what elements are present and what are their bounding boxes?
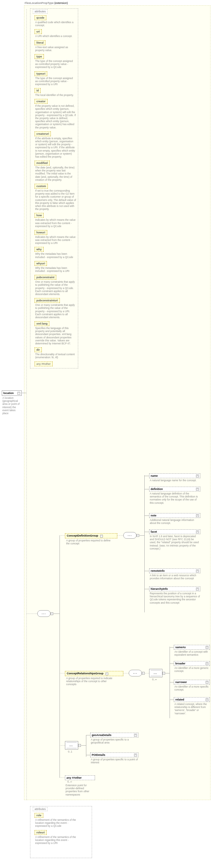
crg-name: ConceptRelationshipsGroup — [67, 672, 103, 675]
attribute-typeuri: typeuriThe type of the concept assigned … — [35, 71, 76, 86]
plus-icon[interactable]: + — [206, 681, 208, 684]
connector — [60, 535, 60, 777]
attr-name: creator — [35, 99, 48, 104]
attr-desc: The directionality of textual content (e… — [35, 352, 76, 359]
attribute-custom: customIf set to true the corresponding p… — [35, 184, 76, 211]
minus-icon[interactable]: − — [105, 673, 108, 675]
attr-desc: The type of the concept assigned as cont… — [35, 76, 76, 86]
attribute-howuri: howuriIndicates by which means the value… — [35, 230, 76, 245]
plus-icon[interactable]: + — [196, 514, 199, 517]
minus-icon[interactable]: − — [100, 535, 103, 537]
attributes-title: attributes — [33, 9, 48, 13]
attr-desc: A qualified code which identifies a conc… — [35, 20, 76, 27]
attr-name: qcode — [35, 16, 46, 20]
minus-icon[interactable]: − — [51, 612, 53, 615]
elem-name: remoteInfo — [151, 569, 165, 572]
plus-icon[interactable]: + — [134, 754, 137, 756]
plus-icon[interactable]: + — [196, 531, 199, 533]
plus-icon[interactable]: + — [196, 570, 199, 572]
minus-icon[interactable]: − — [18, 392, 20, 395]
attributes-title-2: attributes — [33, 807, 48, 811]
elem-desc: A natural language name for the concept. — [149, 478, 200, 482]
attr-name: creatoruri — [35, 131, 51, 136]
minus-icon[interactable]: − — [78, 744, 81, 747]
attribute-pubconstrainturi: pubconstrainturiOne or many constraints … — [35, 298, 76, 319]
elem-desc: A related concept, where the relationshi… — [174, 702, 210, 715]
extension-label: FlexLocationPropType (extension) — [25, 1, 68, 4]
attribute-dir: dirThe directionality of textual content… — [35, 347, 76, 359]
sequence-compositor: − — [37, 610, 51, 617]
connector — [140, 535, 144, 536]
attr-name: uri — [35, 29, 42, 34]
attr-name: typeuri — [35, 71, 47, 76]
elem-desc: In NAR 1.8 and later, facet is deprecate… — [149, 534, 200, 550]
attr-name: xml:lang — [35, 321, 49, 326]
minus-icon[interactable]: − — [162, 672, 165, 675]
attr-desc: The local identifier of the property. — [35, 93, 76, 97]
attr-name: why — [35, 247, 43, 252]
attr-name: roleuri — [35, 830, 47, 835]
occurrence: 0..∞ — [152, 678, 157, 681]
element-POIDetails: POIDetails+A group of properties specifi… — [90, 752, 138, 764]
attr-name: literal — [35, 40, 46, 45]
elem-desc: Additional natural language information … — [149, 518, 200, 525]
connector — [81, 745, 86, 746]
minus-icon[interactable]: − — [137, 534, 139, 537]
connector — [60, 535, 65, 536]
elem-name: facet — [151, 530, 157, 533]
attr-name: type — [35, 54, 44, 59]
attr-name: custom — [35, 184, 48, 189]
elem-name: definition — [151, 488, 163, 491]
elem-name: hierarchyInfo — [151, 587, 168, 590]
attr-name: dir — [35, 347, 42, 352]
elem-name: geoAreaDetails — [92, 734, 112, 737]
elem-name: name — [151, 474, 158, 477]
plus-icon[interactable]: + — [206, 646, 208, 649]
element-note: note+Additional natural language informa… — [149, 513, 200, 525]
plus-icon[interactable]: + — [206, 662, 208, 665]
plus-icon[interactable]: + — [196, 474, 199, 477]
attributes-box: attributes qcodeA qualified code which i… — [30, 8, 78, 368]
attribute-uri: uriA URI which identifies a concept. — [35, 29, 76, 38]
attr-desc: If the property value is not defined, sp… — [35, 104, 76, 129]
attr-name: how — [35, 213, 43, 218]
connector — [54, 614, 60, 614]
connector — [27, 614, 37, 614]
attribute-xml:lang: xml:langSpecifies the language of this p… — [35, 321, 76, 345]
element-hierarchyInfo: hierarchyInfo+Represents the position of… — [149, 587, 200, 604]
elem-desc: An identifier of a concept with equivale… — [174, 650, 210, 656]
minus-icon[interactable]: − — [142, 672, 145, 675]
elem-name: broader — [175, 662, 185, 665]
element-name: name+A natural language name for the con… — [149, 473, 200, 482]
plus-icon[interactable]: + — [134, 734, 137, 737]
attr-desc: If the attribute is empty, specifies whi… — [35, 136, 76, 158]
elem-desc: An identifier of a more specific concept… — [174, 685, 210, 691]
element-sameAs: sameAs+An identifier of a concept with e… — [174, 645, 210, 656]
attr-desc: A free-text value assigned as property v… — [35, 45, 76, 52]
attribute-literal: literalA free-text value assigned as pro… — [35, 40, 76, 52]
any-other-name: any ##other — [66, 776, 82, 779]
occurrence: 0..1 — [68, 750, 72, 753]
attr-name: whyuri — [35, 261, 47, 266]
plus-icon[interactable]: + — [206, 699, 208, 701]
attribute-modified: modifiedThe date (and, optionally, the t… — [35, 161, 76, 181]
attr-name: modified — [35, 161, 50, 165]
any-other-occ: 0..∞ — [65, 780, 95, 783]
attr-name: role — [35, 813, 43, 818]
location-element: location− A location (geographical area … — [2, 391, 22, 415]
elem-name: related — [175, 698, 184, 701]
elem-name: sameAs — [175, 646, 186, 649]
attr-desc: Specifies the language of this property … — [35, 326, 76, 345]
crg-desc: A group of properites required to indica… — [65, 676, 117, 686]
location-desc: A location (geographical area or point o… — [2, 396, 22, 415]
attribute-creator: creatorIf the property value is not defi… — [35, 99, 76, 129]
attr-desc: One or many constraints that apply to pu… — [35, 303, 76, 319]
plus-icon[interactable]: + — [196, 488, 199, 491]
element-facet: facet+In NAR 1.8 and later, facet is dep… — [149, 529, 200, 550]
elem-desc: A link to an item or a web resource whic… — [149, 573, 200, 580]
location-name: location — [3, 392, 14, 395]
elem-desc: An identifier of a more generic concept. — [174, 666, 210, 673]
attribute-how: howIndicates by which means the value wa… — [35, 213, 76, 228]
elem-desc: A natural language definition of the sem… — [149, 491, 200, 504]
plus-icon[interactable]: + — [196, 588, 199, 590]
